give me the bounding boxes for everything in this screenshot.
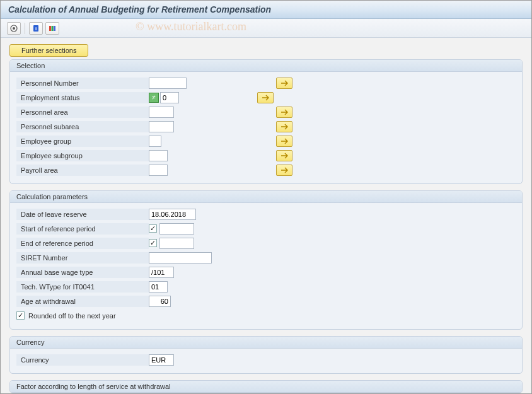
start-ref-period-input[interactable]: [159, 223, 194, 235]
label-siret-number: SIRET Number: [16, 252, 149, 264]
factor-group: Factor according to length of service at…: [9, 380, 523, 393]
label-currency: Currency: [16, 354, 149, 366]
info-button[interactable]: i: [29, 22, 43, 35]
group-title-calc-params: Calculation parameters: [10, 191, 522, 203]
multiple-selection-button[interactable]: [257, 92, 274, 103]
multiple-selection-button[interactable]: [276, 150, 292, 161]
label-tech-wtype: Tech. WType for IT0041: [16, 281, 149, 293]
employee-subgroup-input[interactable]: [149, 150, 168, 161]
execute-button[interactable]: [7, 22, 21, 35]
selection-group: Selection Personnel Number Employment st…: [9, 59, 523, 184]
label-employee-subgroup: Employee subgroup: [16, 150, 149, 161]
siret-number-input[interactable]: [149, 252, 212, 264]
end-ref-period-checkbox[interactable]: [149, 239, 157, 247]
toolbar-separator: [25, 23, 25, 34]
personnel-subarea-input[interactable]: [149, 121, 174, 132]
further-selections-button[interactable]: Further selections: [9, 44, 88, 57]
svg-point-1: [13, 27, 15, 30]
group-title-factor: Factor according to length of service at…: [10, 381, 522, 393]
personnel-number-input[interactable]: [149, 78, 187, 89]
not-equal-icon[interactable]: ≠: [149, 93, 159, 103]
multiple-selection-button[interactable]: [276, 78, 292, 89]
label-employee-group: Employee group: [16, 136, 149, 147]
end-ref-period-input[interactable]: [159, 238, 194, 249]
label-rounded-off: Rounded off to the next year: [27, 312, 116, 320]
toolbar: i: [1, 19, 531, 38]
group-title-selection: Selection: [10, 60, 522, 72]
age-withdrawal-input[interactable]: [149, 296, 171, 307]
page-title: Calculation of Annual Budgeting for Reti…: [1, 1, 531, 19]
label-payroll-area: Payroll area: [16, 165, 149, 176]
payroll-area-input[interactable]: [149, 165, 168, 176]
employee-group-input[interactable]: [149, 136, 161, 147]
date-leave-reserve-input[interactable]: [149, 209, 196, 220]
currency-input[interactable]: [149, 354, 174, 366]
multiple-selection-button[interactable]: [276, 136, 292, 147]
group-title-currency: Currency: [10, 337, 522, 349]
svg-rect-6: [54, 26, 55, 31]
label-start-ref-period: Start of reference period: [16, 223, 149, 235]
svg-rect-4: [49, 26, 51, 31]
start-ref-period-checkbox[interactable]: [149, 224, 157, 233]
label-personnel-subarea: Personnel subarea: [16, 121, 149, 132]
variant-button[interactable]: [45, 22, 59, 35]
rounded-off-checkbox[interactable]: [16, 311, 25, 320]
label-personnel-number: Personnel Number: [16, 78, 149, 89]
calc-params-group: Calculation parameters Date of leave res…: [9, 190, 523, 330]
employment-status-input[interactable]: [160, 92, 179, 103]
label-age-withdrawal: Age at withdrawal: [16, 296, 149, 307]
tech-wtype-input[interactable]: [149, 281, 168, 293]
currency-group: Currency Currency: [9, 336, 523, 374]
label-employment-status: Employment status: [16, 92, 149, 103]
multiple-selection-button[interactable]: [276, 165, 292, 176]
multiple-selection-button[interactable]: [276, 107, 292, 118]
label-end-ref-period: End of reference period: [16, 238, 149, 249]
annual-base-wage-input[interactable]: [149, 267, 174, 278]
label-annual-base-wage: Annual base wage type: [16, 267, 149, 278]
label-personnel-area: Personnel area: [16, 107, 149, 118]
svg-text:i: i: [35, 26, 37, 32]
personnel-area-input[interactable]: [149, 107, 174, 118]
multiple-selection-button[interactable]: [276, 121, 292, 132]
svg-rect-5: [52, 26, 54, 31]
label-date-leave-reserve: Date of leave reserve: [16, 209, 149, 220]
